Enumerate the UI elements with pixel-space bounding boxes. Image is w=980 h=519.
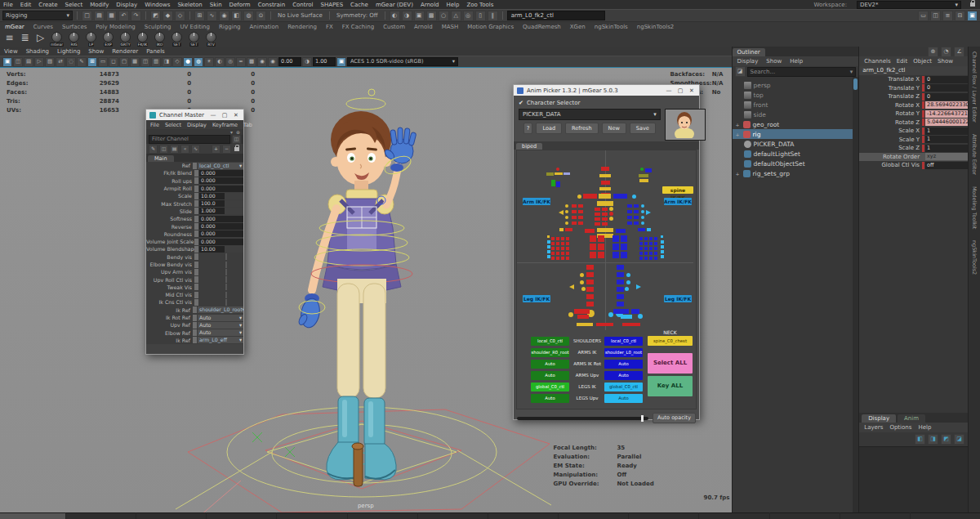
row-handle-icon[interactable] <box>193 315 197 321</box>
picker-label-leg-ik-fk[interactable]: Leg IK/FK <box>664 295 692 302</box>
picker-button[interactable] <box>661 235 663 238</box>
picker-grid-button[interactable] <box>649 242 653 245</box>
picker-button[interactable] <box>626 280 630 284</box>
toggle-panels-icon[interactable]: ◫ <box>930 11 941 21</box>
close-icon[interactable]: ✕ <box>232 112 240 119</box>
outliner-item-persp[interactable]: persp <box>733 80 859 90</box>
outliner-item-geo_root[interactable]: +geo_root <box>733 119 859 129</box>
maximize-icon[interactable]: ▢ <box>220 112 229 119</box>
shelf-tab-rigging[interactable]: Rigging <box>219 24 241 30</box>
layer-empty-icon[interactable]: ◪ <box>954 434 964 445</box>
picker-button[interactable] <box>568 312 573 317</box>
picker-button[interactable] <box>617 280 624 284</box>
picker-save-button[interactable]: Save <box>630 123 656 134</box>
picker-grid-button[interactable] <box>561 252 564 255</box>
picker-button[interactable] <box>602 222 608 226</box>
row-handle-icon[interactable] <box>194 230 198 237</box>
channel-master-tab-main[interactable]: Main <box>148 155 174 162</box>
outliner-item-defaultobjectset[interactable]: defaultObjectSet <box>733 159 859 168</box>
open-scene-icon[interactable]: ▤ <box>94 11 105 21</box>
shelf-tab-quadremesh[interactable]: QuadRemesh <box>523 24 561 30</box>
row-handle-icon[interactable] <box>194 186 198 192</box>
shelf-tab-fx[interactable]: FX <box>326 24 333 30</box>
timeline-segment[interactable] <box>348 512 417 519</box>
select-hierarchy-icon[interactable]: ◩ <box>150 11 161 21</box>
snap-point-icon[interactable]: ◉ <box>219 11 229 21</box>
picker-button[interactable] <box>586 302 594 306</box>
picker-grid-button[interactable] <box>561 242 564 245</box>
channel-master-row[interactable]: Upv RefAuto▾ <box>146 321 243 329</box>
picker-grid-button[interactable] <box>566 257 569 260</box>
minimize-icon[interactable]: — <box>209 112 217 119</box>
picker-grid-button[interactable] <box>654 237 657 240</box>
shelf-tab-sculpting[interactable]: Sculpting <box>145 24 172 30</box>
picker-button[interactable] <box>621 252 627 258</box>
select-object-icon[interactable]: ◆ <box>163 11 173 21</box>
attribute-value-field[interactable]: 100.0 <box>199 200 243 207</box>
timeline-segment[interactable] <box>418 512 488 519</box>
picker-button[interactable] <box>613 309 629 314</box>
picker-key-all-button[interactable]: Key ALL <box>648 376 693 396</box>
menu-zoo-tools[interactable]: Zoo Tools <box>467 2 494 8</box>
anim-layer-icon[interactable]: ⊕ <box>928 47 938 57</box>
channel-box-node-name[interactable]: arm_L0_fk2_ctl <box>859 66 968 75</box>
picker-grid-button[interactable] <box>649 257 653 260</box>
safe-action-icon[interactable]: ◫ <box>140 57 150 67</box>
snap-center-icon[interactable]: ⊙ <box>256 11 266 21</box>
new-scene-icon[interactable]: □ <box>82 11 92 21</box>
textured-icon[interactable]: ◍ <box>194 57 203 67</box>
picker-button[interactable] <box>616 229 626 233</box>
shelf-button-fk-ik[interactable]: FK/IK <box>136 32 149 47</box>
picker-button[interactable] <box>617 302 624 306</box>
channel-master-row[interactable]: Volume Joint Scale0.000 <box>146 238 243 245</box>
shelf-tab-poly-modeling[interactable]: Poly Modeling <box>96 24 135 30</box>
shelf-editor-icon[interactable]: ≣ <box>19 32 31 44</box>
outliner-menu-show[interactable]: Show <box>766 58 782 65</box>
shelf-tab-mgear[interactable]: mGear <box>5 24 24 30</box>
shelf-button-rtv[interactable]: RTV <box>204 32 218 47</box>
channel-master-row[interactable]: Elbow Bendy vis <box>146 261 243 268</box>
anim-curve-icon[interactable]: ∿ <box>191 145 200 154</box>
attribute-dropdown[interactable]: Auto▾ <box>198 315 243 321</box>
picker-grid-button[interactable] <box>639 247 643 250</box>
picker-grid-button[interactable] <box>654 252 657 255</box>
picker-button[interactable] <box>627 204 632 208</box>
picker-button[interactable] <box>634 221 639 225</box>
picker-button[interactable] <box>590 244 596 250</box>
picker-button[interactable] <box>599 187 611 190</box>
menu-constrain[interactable]: Constrain <box>258 2 286 8</box>
channel-master-row[interactable]: Ik Refarm_L0_eff▾ <box>146 337 243 344</box>
picker-space-button[interactable]: Auto <box>531 360 569 369</box>
picker-button[interactable] <box>605 150 606 330</box>
row-handle-icon[interactable] <box>194 193 198 199</box>
channel-row[interactable]: Global Ctl Visoff <box>859 161 968 170</box>
picker-grid-button[interactable] <box>649 237 653 240</box>
picker-button[interactable] <box>617 287 624 292</box>
shelf-button-set[interactable]: SET <box>187 32 201 47</box>
picker-button[interactable] <box>590 252 596 258</box>
anim-picker-titlebar[interactable]: Anim Picker 1.3.2 | mGear 5.0.3 — ▢ ✕ <box>514 85 699 96</box>
channel-master-row[interactable]: Volume Blendshape Mult10.00 <box>146 245 243 253</box>
channel-row[interactable]: Scale X1 <box>859 127 968 136</box>
set-key-icon[interactable]: ✎ <box>149 145 158 154</box>
paint-effects-icon[interactable]: △ <box>451 11 461 21</box>
picker-button[interactable] <box>599 194 611 199</box>
timeline-segment[interactable] <box>66 512 136 519</box>
channel-value[interactable]: 1 <box>925 136 968 143</box>
picker-button[interactable] <box>609 207 613 211</box>
channel-master-row[interactable]: Roll ups0.000 <box>146 177 243 185</box>
channel-filter-input[interactable]: Filter Channel <box>149 135 230 144</box>
channel-master-menu-select[interactable]: Select <box>165 122 181 128</box>
channel-value[interactable]: -14.226643721955991 <box>925 110 968 118</box>
row-handle-icon[interactable] <box>194 170 198 177</box>
picker-button[interactable] <box>572 210 577 213</box>
move-to-layer-icon[interactable]: ◔ <box>941 47 951 57</box>
picker-grid-button[interactable] <box>561 247 564 250</box>
picker-button[interactable] <box>626 273 630 277</box>
add-channel-icon[interactable]: + <box>212 145 220 154</box>
make-live-icon[interactable]: ◍ <box>243 11 254 21</box>
outliner-item-defaultlightset[interactable]: defaultLightSet <box>733 149 859 159</box>
picker-grid-button[interactable] <box>661 255 664 258</box>
channel-master-row[interactable]: Ik Refshoulder_L0_root▾ <box>146 306 243 314</box>
outliner-item-front[interactable]: front <box>733 100 859 110</box>
